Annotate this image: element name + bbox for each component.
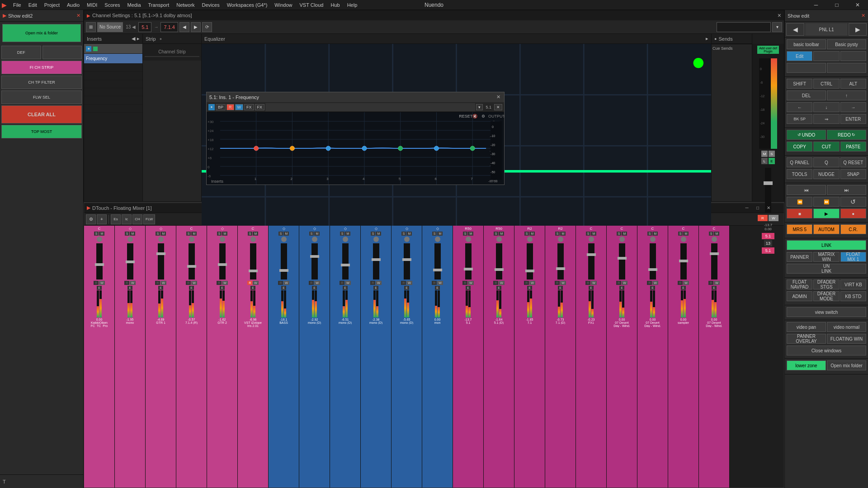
mixer-settings-btn[interactable]: ⚙ (86, 214, 96, 224)
w-btn[interactable]: W (769, 215, 778, 221)
strip-m-10[interactable]: M (406, 232, 412, 236)
alt-btn[interactable]: ALT (840, 79, 866, 89)
strip-fader-handle-9[interactable] (372, 258, 381, 261)
fast-forward-btn[interactable]: ⏩ (813, 197, 839, 207)
l-btn[interactable]: L (761, 158, 768, 164)
basic-toolbar-btn[interactable]: basic toolbar (787, 39, 826, 49)
strip-s-9[interactable]: S (371, 232, 376, 236)
strip-fader-handle-11[interactable] (433, 269, 442, 271)
strip-m-6[interactable]: M (283, 232, 289, 236)
q-btn[interactable]: Q (813, 157, 839, 167)
insert-empty1[interactable] (84, 64, 142, 72)
dfader-mode-btn[interactable]: DFADER MODE (813, 291, 839, 301)
s-btn[interactable]: S (769, 151, 775, 157)
forward-arrows[interactable]: ⇒ (813, 114, 839, 124)
copy-btn[interactable]: COPY (787, 142, 812, 152)
basic-pysty-btn[interactable]: Basic pysty (827, 39, 866, 49)
stop-btn[interactable]: ■ (787, 208, 812, 218)
strip-m-1[interactable]: M (130, 232, 135, 236)
cs-grid-btn[interactable]: ⊞ (86, 22, 96, 32)
strip-fader-handle-18[interactable] (648, 268, 657, 271)
strip-w-7[interactable]: W (314, 281, 320, 285)
strip-pan-11[interactable] (435, 237, 440, 242)
strip-pan-18[interactable] (650, 237, 656, 242)
menu-workspaces[interactable]: Workspaces (G4*) (223, 1, 271, 9)
strip-m-16[interactable]: M (591, 232, 596, 236)
strip-w-3[interactable]: W (191, 281, 197, 285)
strip-w-19[interactable]: W (683, 281, 689, 285)
strip-fader-handle-17[interactable] (618, 257, 627, 260)
strip-w-20[interactable]: W (714, 281, 720, 285)
strip-fader-handle-12[interactable] (464, 268, 473, 270)
undo-btn[interactable]: ↺ UNDO (787, 130, 826, 140)
lower-zone-btn[interactable]: lower zone (787, 360, 826, 370)
strip-s-16[interactable]: S (586, 232, 591, 236)
strip-w-5[interactable]: W (253, 281, 259, 285)
bksp-btn[interactable]: BK SP (787, 114, 812, 124)
strip-pan-14[interactable] (527, 237, 533, 242)
strip-m-13[interactable]: M (499, 232, 504, 236)
plugin-close[interactable]: ✕ (496, 94, 500, 100)
flw-sel-btn[interactable]: FLW SEL (1, 90, 82, 104)
close-windows-btn[interactable]: Close windows (787, 346, 866, 355)
mixer-tb-btn2[interactable]: Ic (122, 214, 132, 224)
virt-kb-btn[interactable]: VIRT KB (840, 280, 866, 289)
video-pan-btn[interactable]: video pan (787, 322, 826, 332)
strip-m-4[interactable]: M (222, 232, 227, 236)
edit-btn[interactable]: Edit (787, 51, 812, 61)
strip-w-14[interactable]: W (529, 281, 535, 285)
strip-w-6[interactable]: W (283, 281, 289, 285)
kb-std-btn[interactable]: KB STD (840, 291, 866, 301)
insert-empty3[interactable] (84, 80, 142, 88)
left-arrow-btn[interactable]: ← (787, 102, 812, 112)
plugin-play[interactable]: W (235, 104, 244, 110)
cs-next-btn[interactable]: ▶ (191, 22, 201, 32)
strip-fader-handle-7[interactable] (310, 255, 319, 258)
maximize-btn[interactable]: □ (826, 0, 847, 10)
rewind-btn[interactable]: ⏪ (787, 197, 812, 207)
ctrl-btn[interactable]: CTRL (813, 79, 839, 89)
strip-fader-handle-14[interactable] (525, 270, 534, 272)
strip-fader-handle-16[interactable] (587, 253, 596, 256)
show-edit2-close[interactable]: ✕ (76, 13, 80, 19)
cr-btn[interactable]: C.R. (840, 224, 866, 234)
strip-w-13[interactable]: W (499, 281, 505, 285)
strip-fader-handle-8[interactable] (341, 264, 350, 266)
mixer-add-btn[interactable]: + (97, 214, 107, 224)
strip-s-6[interactable]: S (278, 232, 283, 236)
strip-s-20[interactable]: S (709, 232, 714, 236)
panner-btn[interactable]: PANNER (787, 252, 812, 262)
strip-w-15[interactable]: W (560, 281, 566, 285)
insert-empty2[interactable] (84, 72, 142, 80)
del-btn[interactable]: DEL (787, 90, 826, 100)
clear-all-btn[interactable]: CLEAR ALL (1, 105, 82, 123)
strip-w-16[interactable]: W (591, 281, 597, 285)
inserts-nav-left[interactable]: ◀ (132, 36, 135, 42)
top-most-btn[interactable]: TOP MOST (1, 125, 82, 138)
strip-m-9[interactable]: M (376, 232, 381, 236)
show-edit-close[interactable]: ✕ (861, 13, 865, 19)
strip-w-4[interactable]: W (222, 281, 228, 285)
panner-overlay-btn[interactable]: PANNER OVERLAY (787, 334, 826, 344)
video-normal-btn[interactable]: video normal (827, 322, 866, 332)
strip-s-19[interactable]: S (678, 232, 683, 236)
un-link-btn[interactable]: UNLINK (787, 264, 866, 274)
strip-fader-handle-4[interactable] (218, 263, 227, 266)
nav-right[interactable]: ▶ (849, 23, 867, 36)
strip-m-19[interactable]: M (683, 232, 689, 236)
strip-pan-2[interactable] (158, 237, 164, 242)
strip-s-0[interactable]: S (94, 232, 99, 236)
strip-fader-handle-15[interactable] (556, 267, 565, 270)
strip-w-12[interactable]: W (468, 281, 474, 285)
redo-btn[interactable]: REDO ↻ (827, 130, 866, 140)
menu-help[interactable]: Help (344, 1, 361, 9)
down-arrow-btn[interactable]: ↓ (813, 102, 839, 112)
inserts-expand[interactable]: ▸ (137, 36, 140, 42)
strip-s-11[interactable]: S (432, 232, 437, 236)
strip-s-18[interactable]: S (647, 232, 652, 236)
strip-pan-17[interactable] (619, 237, 625, 242)
open-mix-folder-btn[interactable]: Open mix folder (827, 360, 866, 370)
up-arrow-btn[interactable]: ↑ (827, 90, 866, 100)
menu-network[interactable]: Network (173, 1, 198, 9)
add-user-plugin-btn[interactable]: Add user defPlugin (757, 46, 779, 54)
